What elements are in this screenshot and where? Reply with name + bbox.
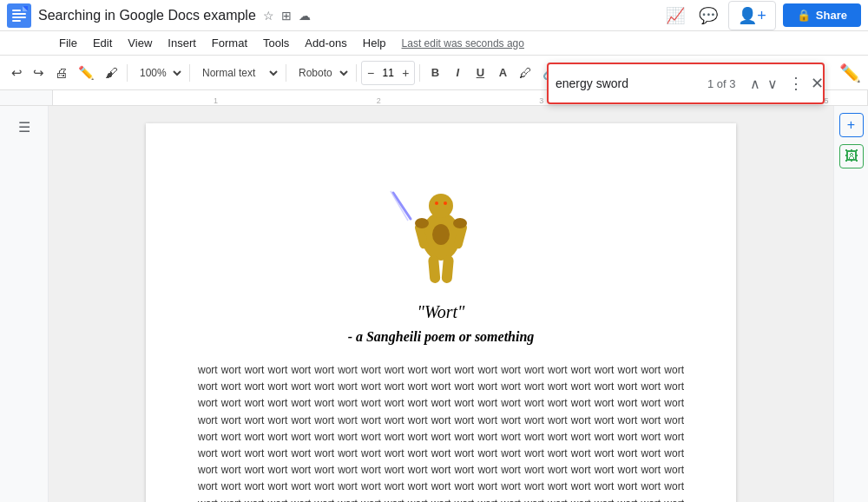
svg-point-8 [429, 194, 453, 218]
search-close-button[interactable]: ✕ [807, 72, 827, 95]
decrease-font-size-button[interactable]: − [365, 66, 376, 80]
svg-rect-2 [12, 13, 26, 15]
search-next-button[interactable]: ∨ [764, 74, 781, 94]
add-people-button[interactable]: 👤+ [728, 1, 776, 30]
font-family-select[interactable]: Roboto Arial [291, 61, 352, 85]
toolbar-divider-2 [189, 64, 190, 82]
document-heading: "Wort" [198, 302, 684, 322]
toolbar-divider-3 [286, 64, 286, 82]
add-image-icon: 🖼 [845, 149, 858, 164]
last-edit-status[interactable]: Last edit was seconds ago [402, 37, 524, 50]
menu-bar: File Edit View Insert Format Tools Add-o… [0, 31, 868, 56]
svg-rect-3 [12, 17, 26, 18]
search-more-options-button[interactable]: ⋮ [785, 72, 807, 95]
undo-button[interactable]: ↩ [7, 62, 27, 84]
title-bar: Searching in Google Docs example ☆ ⊞ ☁ 📈… [0, 0, 868, 31]
paint-format-button[interactable]: 🖌 [101, 62, 122, 83]
warrior-illustration [389, 158, 493, 288]
search-bar: 1 of 3 ∧ ∨ ⋮ ✕ [547, 63, 825, 104]
svg-point-19 [444, 201, 447, 205]
underline-button[interactable]: U [470, 61, 490, 85]
editing-mode-button[interactable]: ✏️ [839, 63, 861, 83]
svg-point-16 [453, 218, 467, 228]
document-page: "Wort" - a Sangheili poem or something w… [146, 123, 736, 502]
svg-point-15 [415, 218, 429, 228]
menu-view[interactable]: View [121, 35, 159, 51]
toolbar-divider-5 [419, 64, 420, 82]
add-comment-button[interactable]: + [839, 113, 864, 137]
menu-edit[interactable]: Edit [86, 35, 119, 51]
menu-format[interactable]: Format [205, 35, 254, 51]
header-right-actions: 📈 💬 👤+ 🔒 Share [662, 1, 861, 30]
italic-button[interactable]: I [447, 61, 468, 85]
cloud-save-icon[interactable]: ☁ [299, 9, 311, 23]
search-prev-button[interactable]: ∧ [746, 74, 764, 94]
star-icon[interactable]: ☆ [263, 9, 274, 23]
text-color-button[interactable]: A [492, 61, 513, 85]
body-text-before: wort wort wort wort wort wort wort wort … [198, 364, 684, 502]
svg-rect-4 [12, 20, 21, 22]
docs-logo-icon [7, 3, 31, 28]
paragraph-style-select[interactable]: Normal text Heading 1 [194, 61, 281, 85]
zoom-select[interactable]: 100% 75% 150% [132, 61, 185, 85]
svg-line-13 [393, 193, 411, 219]
content-area: ☰ [0, 106, 868, 502]
highlight-button[interactable]: 🖊 [515, 62, 536, 83]
document-image [198, 158, 684, 288]
menu-addons[interactable]: Add-ons [298, 35, 353, 51]
menu-help[interactable]: Help [356, 35, 393, 51]
menu-tools[interactable]: Tools [256, 35, 296, 51]
menu-file[interactable]: File [52, 35, 84, 51]
document-wrapper[interactable]: "Wort" - a Sangheili poem or something w… [49, 106, 833, 502]
toolbar-divider-4 [356, 64, 357, 82]
font-size-control: − + [361, 61, 415, 85]
svg-line-14 [391, 191, 408, 221]
left-sidebar: ☰ [0, 106, 49, 502]
move-to-folder-icon[interactable]: ⊞ [281, 9, 292, 23]
svg-rect-1 [12, 10, 21, 11]
share-label: Share [816, 9, 847, 22]
svg-point-17 [432, 224, 450, 245]
redo-button[interactable]: ↪ [29, 62, 49, 84]
toolbar: ↩ ↪ 🖨 ✏️ 🖌 100% 75% 150% Normal text Hea… [0, 56, 868, 90]
bold-button[interactable]: B [424, 61, 445, 85]
document-subheading: - a Sangheili poem or something [198, 329, 684, 345]
spell-check-button[interactable]: ✏️ [74, 62, 99, 84]
right-sidebar: + 🖼 [833, 106, 868, 502]
increase-font-size-button[interactable]: + [400, 66, 411, 80]
menu-insert[interactable]: Insert [161, 35, 203, 51]
print-button[interactable]: 🖨 [50, 62, 72, 83]
add-comment-icon: + [847, 117, 855, 133]
search-input[interactable] [556, 76, 707, 90]
document-title: Searching in Google Docs example [38, 8, 256, 23]
toolbar-divider-1 [127, 64, 128, 82]
svg-point-18 [435, 201, 438, 205]
document-body[interactable]: wort wort wort wort wort wort wort wort … [198, 362, 684, 502]
add-image-button[interactable]: 🖼 [839, 144, 864, 168]
outline-icon: ☰ [18, 119, 30, 135]
share-button[interactable]: 🔒 Share [783, 3, 861, 27]
search-result-count: 1 of 3 [707, 77, 736, 90]
comments-button[interactable]: 💬 [695, 3, 721, 29]
outline-sidebar-button[interactable]: ☰ [10, 113, 38, 141]
font-size-input[interactable] [376, 67, 400, 79]
lock-icon: 🔒 [797, 9, 811, 22]
add-people-icon: 👤+ [738, 6, 766, 25]
title-action-icons: ☆ ⊞ ☁ [263, 9, 311, 23]
activity-dashboard-button[interactable]: 📈 [662, 3, 688, 29]
